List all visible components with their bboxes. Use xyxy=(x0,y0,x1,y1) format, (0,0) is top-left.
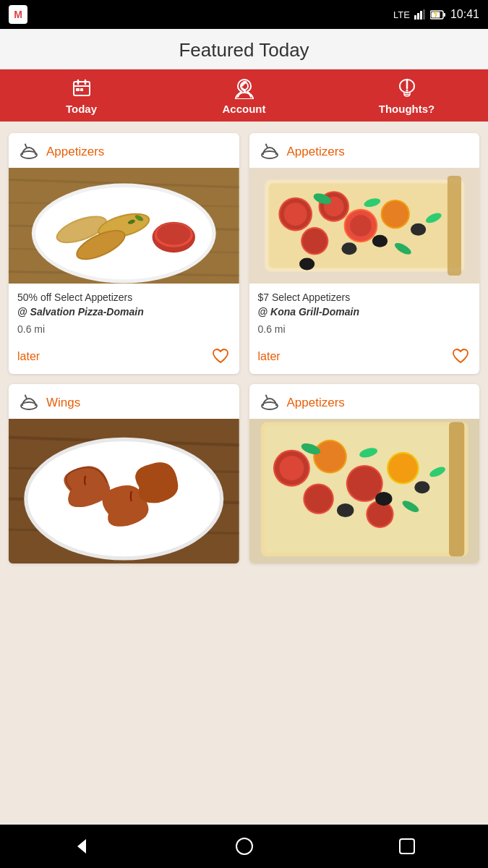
cards-grid: Appetizers xyxy=(9,133,479,563)
card-2-footer: later xyxy=(249,346,480,374)
page-title: Featured Today xyxy=(0,39,488,61)
svg-point-63 xyxy=(372,235,387,247)
svg-point-51 xyxy=(283,203,307,226)
card-1-heart-icon[interactable] xyxy=(210,346,231,367)
nav-item-account[interactable]: Account xyxy=(163,69,325,122)
svg-rect-5 xyxy=(443,13,445,17)
svg-point-45 xyxy=(265,144,267,145)
svg-rect-3 xyxy=(423,9,425,20)
card-1-later-button[interactable]: later xyxy=(17,350,40,363)
svg-point-98 xyxy=(388,454,417,482)
back-button[interactable] xyxy=(67,832,96,861)
svg-point-100 xyxy=(367,502,392,527)
dish-icon-4 xyxy=(258,391,281,414)
card-2-heart-icon[interactable] xyxy=(450,346,471,367)
dish-icon-1 xyxy=(17,140,40,163)
svg-point-73 xyxy=(25,395,26,396)
status-bar-left: M xyxy=(9,5,27,24)
card-4-image xyxy=(249,419,480,563)
dish-icon-3 xyxy=(17,391,40,414)
nav-label-today: Today xyxy=(66,103,97,115)
svg-point-92 xyxy=(314,441,345,472)
card-1-header: Appetizers xyxy=(9,133,239,168)
svg-point-94 xyxy=(304,485,332,513)
svg-point-64 xyxy=(410,224,425,236)
card-1-title: 50% off Select Appetizers @ Salvation Pi… xyxy=(17,291,231,319)
svg-point-22 xyxy=(25,144,26,145)
svg-point-59 xyxy=(350,215,372,237)
svg-point-101 xyxy=(337,503,354,517)
svg-point-62 xyxy=(341,242,356,255)
svg-point-103 xyxy=(414,481,429,493)
svg-rect-1 xyxy=(417,13,419,20)
dish-icon-2 xyxy=(258,140,281,163)
nav-item-thoughts[interactable]: Thoughts? xyxy=(325,69,488,122)
card-2-later-button[interactable]: later xyxy=(258,350,281,363)
svg-rect-15 xyxy=(80,88,83,91)
card-1-distance: 0.6 mi xyxy=(17,323,231,335)
card-4: Appetizers xyxy=(249,384,480,563)
home-button[interactable] xyxy=(230,832,259,861)
svg-point-40 xyxy=(157,224,191,245)
status-time: 10:41 xyxy=(450,8,479,21)
svg-rect-14 xyxy=(76,88,80,91)
svg-marker-109 xyxy=(77,839,86,854)
svg-rect-70 xyxy=(447,176,461,276)
svg-rect-0 xyxy=(414,15,416,20)
svg-line-44 xyxy=(266,145,267,148)
status-bar: M LTE 10:41 xyxy=(0,0,488,29)
status-bar-right: LTE 10:41 xyxy=(393,8,479,21)
svg-line-83 xyxy=(266,396,267,399)
card-1-body: 50% off Select Appetizers @ Salvation Pi… xyxy=(9,284,239,346)
card-2-header: Appetizers xyxy=(249,133,480,168)
card-1-image xyxy=(9,168,239,284)
card-2-category: Appetizers xyxy=(287,145,345,159)
card-2-body: $7 Select Appetizers @ Kona Grill-Domain… xyxy=(249,284,480,346)
svg-rect-111 xyxy=(400,839,414,854)
nav-label-thoughts: Thoughts? xyxy=(379,103,435,115)
card-3: Wings xyxy=(9,384,239,563)
main-content: Appetizers xyxy=(0,122,488,575)
card-3-image xyxy=(9,419,239,563)
card-1: Appetizers xyxy=(9,133,239,374)
svg-point-110 xyxy=(236,838,252,854)
svg-line-72 xyxy=(25,396,27,399)
svg-point-61 xyxy=(382,201,408,227)
svg-point-56 xyxy=(302,229,327,253)
card-3-header: Wings xyxy=(9,384,239,419)
bottom-nav xyxy=(0,825,488,868)
svg-point-102 xyxy=(375,492,392,506)
svg-rect-108 xyxy=(449,422,464,557)
thoughts-icon xyxy=(395,77,419,100)
battery-icon xyxy=(430,10,446,20)
card-2-image xyxy=(249,168,480,284)
nav-label-account: Account xyxy=(223,103,266,115)
today-icon xyxy=(70,77,93,100)
network-indicator: LTE xyxy=(393,9,410,20)
card-1-footer: later xyxy=(9,346,239,374)
card-2-title: $7 Select Appetizers @ Kona Grill-Domain xyxy=(258,291,471,319)
signal-icon xyxy=(414,9,426,20)
card-3-category: Wings xyxy=(46,396,80,410)
svg-point-18 xyxy=(406,89,408,91)
svg-point-96 xyxy=(347,467,381,501)
card-1-category: Appetizers xyxy=(46,145,104,159)
svg-rect-2 xyxy=(420,11,422,20)
app-header: Featured Today xyxy=(0,29,488,69)
account-icon xyxy=(233,77,256,100)
gmail-icon: M xyxy=(9,5,27,24)
card-4-category: Appetizers xyxy=(287,396,345,410)
recents-button[interactable] xyxy=(393,832,421,861)
card-4-header: Appetizers xyxy=(249,384,480,419)
card-2: Appetizers xyxy=(249,133,480,374)
nav-item-today[interactable]: Today xyxy=(0,69,163,122)
svg-point-90 xyxy=(279,456,304,480)
svg-line-21 xyxy=(25,145,27,148)
card-2-distance: 0.6 mi xyxy=(258,323,471,335)
nav-bar: Today Account Thou xyxy=(0,69,488,122)
svg-point-65 xyxy=(299,258,314,271)
svg-point-84 xyxy=(265,395,267,396)
